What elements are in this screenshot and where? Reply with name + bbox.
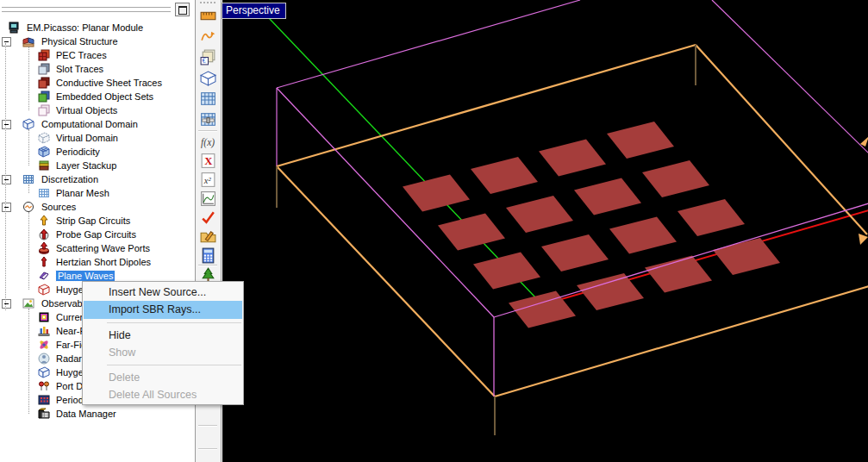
variables-x-toolbar-button[interactable]: X	[199, 152, 217, 170]
view-label: Perspective	[222, 3, 286, 19]
tree-item-label: Sources	[41, 202, 76, 212]
patch-r2c3[interactable]	[574, 178, 641, 215]
virtual-domain-icon	[38, 132, 50, 144]
fx-toolbar-button[interactable]: f(x)	[199, 133, 217, 151]
check-icon	[199, 209, 217, 227]
tree-item-label: Data Manager	[56, 409, 116, 419]
patch-r3c2[interactable]	[541, 234, 609, 272]
domain-far-left-edge	[277, 0, 580, 88]
mesh-settings-toolbar-button[interactable]	[199, 110, 217, 128]
x-squared-toolbar-button[interactable]: x²	[199, 171, 217, 189]
svg-text:x²: x²	[203, 176, 212, 185]
embedded-object-sets-icon	[38, 91, 50, 103]
observables-icon	[22, 297, 34, 309]
layer-stack-toolbar-button[interactable]: €	[199, 48, 217, 66]
patch-r2c2[interactable]	[506, 196, 573, 233]
tree-item-label: Strip Gap Circuits	[56, 215, 130, 226]
patch-r1c2[interactable]	[471, 157, 538, 194]
check-toolbar-button[interactable]	[199, 209, 217, 227]
probe-gap-circuits-icon	[38, 228, 50, 240]
tree-item-label: Planar Mesh	[56, 188, 109, 198]
patch-r4c4[interactable]	[713, 238, 780, 275]
calculator-icon	[199, 247, 217, 265]
domain-box-toolbar-button[interactable]	[199, 69, 217, 87]
panel-restore-button[interactable]	[175, 3, 190, 16]
tree-guide-line	[28, 212, 30, 290]
virtual-objects-icon	[38, 104, 50, 116]
patch-r3c3[interactable]	[609, 217, 677, 254]
ruler-toolbar-button[interactable]	[199, 7, 217, 25]
menu-item-hide[interactable]: Hide	[83, 327, 243, 344]
layer-stack-icon: €	[199, 48, 217, 66]
calculator-toolbar-button[interactable]	[199, 247, 217, 265]
tree-guide-line	[28, 47, 30, 110]
discretization-icon	[22, 173, 34, 185]
domain-far-right-edge	[712, 0, 868, 153]
tree-guide-line	[5, 43, 7, 310]
tree-item-label: PEC Traces	[56, 50, 107, 60]
tree-guide-line	[28, 184, 30, 193]
radar-cross-section-icon	[38, 353, 50, 365]
panel-grip-handle[interactable]	[2, 7, 171, 10]
patch-r2c4[interactable]	[642, 160, 709, 197]
menu-item-delete-all-sources: Delete All Sources	[83, 386, 243, 403]
huygens-sources-icon	[38, 284, 50, 296]
tree-guide-line	[28, 309, 30, 414]
toolbar-drag-handle[interactable]	[200, 2, 215, 3]
menu-separator	[83, 361, 243, 369]
menu-item-insert-new-source[interactable]: Insert New Source...	[83, 284, 243, 301]
pec-traces-icon	[38, 49, 50, 61]
tree-item-label: Virtual Objects	[56, 105, 117, 116]
far-field-icon	[38, 339, 50, 351]
patch-r1c1[interactable]	[403, 175, 470, 212]
tree-item-label: EM.Picasso: Planar Module	[27, 22, 143, 33]
hertzian-short-dipoles-icon	[38, 256, 50, 268]
current-distributions-icon	[38, 311, 50, 323]
patch-r2c1[interactable]	[438, 214, 505, 251]
tree-item-label: Computational Domain	[41, 119, 138, 129]
toolbar-separator	[198, 448, 217, 450]
app-icon	[8, 22, 20, 34]
planar-mesh-icon	[38, 187, 50, 199]
fx-icon: f(x)	[199, 133, 217, 151]
computational-domain-icon	[22, 118, 34, 130]
conductive-sheet-traces-icon	[38, 77, 50, 89]
data-manager-icon	[38, 408, 50, 420]
svg-text:€: €	[203, 57, 206, 65]
edit-notes-toolbar-button[interactable]	[199, 228, 217, 246]
tree-item-label: Discretization	[41, 174, 98, 184]
patch-r1c3[interactable]	[539, 140, 606, 177]
edge-arrow-upper	[860, 136, 868, 147]
edit-notes-icon	[199, 228, 217, 246]
patch-r1c4[interactable]	[607, 122, 674, 159]
toolbar-separator	[198, 130, 217, 132]
periodic-characteristics-icon	[38, 394, 50, 406]
viewport-3d[interactable]: Perspective	[222, 0, 868, 462]
tree-item-em-picasso-planar-module[interactable]: EM.Picasso: Planar Module	[0, 21, 195, 34]
sine-curve-toolbar-button[interactable]	[199, 28, 217, 46]
huygens-surface-icon	[38, 366, 50, 378]
panel-grip-handle[interactable]	[2, 11, 171, 15]
edge-arrow-lower	[859, 234, 868, 245]
app-window: EM.Picasso: Planar ModulePhysical Struct…	[0, 0, 868, 462]
menu-item-show: Show	[83, 344, 243, 361]
mesh-settings-icon	[199, 110, 217, 128]
tree-item-label: Embedded Object Sets	[56, 91, 153, 102]
ruler-icon	[199, 7, 217, 25]
plane-waves-icon	[38, 270, 50, 282]
tree-item-label: Virtual Domain	[56, 133, 118, 143]
tree-guide-line	[28, 129, 30, 165]
patch-r3c1[interactable]	[473, 253, 540, 290]
scene-canvas[interactable]	[222, 0, 868, 462]
svg-text:f(x): f(x)	[201, 137, 215, 148]
menu-item-import-sbr-rays[interactable]: Import SBR Rays...	[84, 301, 242, 319]
patch-r3c4[interactable]	[678, 199, 745, 236]
periodicity-icon	[38, 146, 50, 158]
strip-gap-circuits-icon	[38, 215, 50, 227]
near-field-icon	[38, 325, 50, 337]
mesh-grid-toolbar-button[interactable]	[199, 90, 217, 108]
x-squared-icon: x²	[199, 171, 217, 189]
tree-item-label: Plane Waves	[56, 271, 115, 281]
variables-x-icon: X	[199, 152, 217, 170]
plot-toolbar-button[interactable]	[199, 190, 217, 208]
